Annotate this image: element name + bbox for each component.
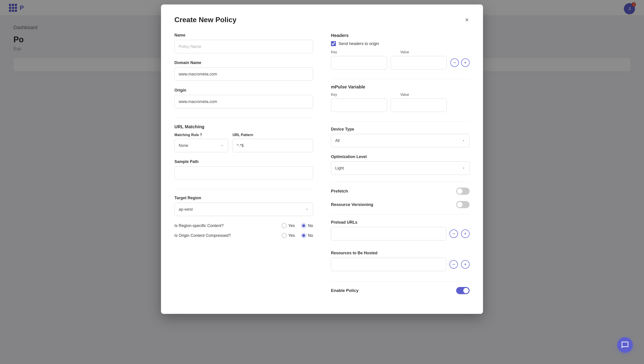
prefetch-toggle[interactable]	[456, 188, 470, 195]
right-divider-5	[331, 281, 470, 282]
enable-policy-label: Enable Policy	[331, 288, 359, 293]
send-headers-label: Send headers to origin	[338, 41, 379, 46]
resource-versioning-label: Resource Versioning	[331, 202, 373, 207]
origin-compressed-row: Is Origin Content Compressed? Yes No	[174, 233, 313, 238]
enable-policy-slider	[456, 287, 470, 294]
prefetch-label: Prefetch	[331, 189, 348, 194]
resources-hosted-remove-button[interactable]: −	[450, 260, 458, 269]
origin-label: Origin	[174, 88, 313, 93]
matching-rule-select[interactable]: None Prefix Suffix Exact Regex	[174, 139, 228, 152]
device-type-select[interactable]: All Desktop Mobile Tablet	[331, 134, 470, 147]
name-input[interactable]	[174, 40, 313, 53]
divider-2	[174, 189, 313, 190]
target-region-label: Target Region	[174, 196, 313, 200]
origin-compressed-no-option[interactable]: No	[301, 233, 313, 238]
resources-hosted-group: Resources to Be Hosted − +	[331, 251, 470, 274]
domain-group: Domain Name	[174, 60, 313, 81]
origin-compressed-yes-option[interactable]: Yes	[282, 233, 295, 238]
region-specific-options: Yes No	[282, 223, 313, 228]
modal-header: Create New Policy ×	[174, 16, 470, 24]
enable-policy-row: Enable Policy	[331, 287, 470, 294]
region-specific-yes-option[interactable]: Yes	[282, 223, 295, 228]
preload-urls-input[interactable]	[331, 227, 446, 240]
origin-compressed-options: Yes No	[282, 233, 313, 238]
right-divider-4	[331, 215, 470, 215]
preload-urls-label: Preload URLs	[331, 220, 470, 225]
mpulse-kv-labels: Key Value	[331, 93, 470, 97]
chat-icon	[621, 341, 629, 349]
url-matching-section: URL Matching Matching Rule ? None Prefix…	[174, 124, 313, 152]
preload-urls-group: Preload URLs − +	[331, 220, 470, 244]
resource-versioning-toggle[interactable]	[456, 201, 470, 208]
modal-close-button[interactable]: ×	[464, 16, 470, 24]
region-specific-yes-radio[interactable]	[282, 223, 287, 228]
prefetch-slider	[456, 188, 470, 195]
chat-button[interactable]	[617, 337, 633, 353]
mpulse-key-input[interactable]	[331, 98, 387, 112]
name-group: Name	[174, 33, 313, 53]
create-policy-modal: Create New Policy × Name Domain Name	[161, 5, 483, 314]
mpulse-title: mPulse Variable	[331, 84, 470, 90]
url-pattern-group: URL Pattern	[232, 133, 313, 152]
send-headers-checkbox[interactable]	[331, 41, 336, 46]
resources-hosted-input[interactable]	[331, 258, 446, 271]
matching-rule-label: Matching Rule ?	[174, 133, 228, 137]
headers-kv-row: − +	[331, 56, 470, 69]
resources-hosted-label: Resources to Be Hosted	[331, 251, 470, 255]
preload-urls-add-button[interactable]: +	[461, 230, 470, 238]
url-pattern-input[interactable]	[232, 139, 313, 152]
right-divider-3	[331, 182, 470, 182]
optimization-level-select[interactable]: Light Medium Heavy None	[331, 161, 470, 175]
region-specific-no-option[interactable]: No	[301, 223, 313, 228]
mpulse-value-label: Value	[400, 93, 466, 97]
sample-path-input[interactable]	[174, 166, 313, 180]
headers-key-label: Key	[331, 50, 397, 54]
mpulse-value-input[interactable]	[391, 98, 447, 112]
resource-versioning-row: Resource Versioning	[331, 201, 470, 208]
headers-value-input[interactable]	[391, 56, 447, 69]
name-label: Name	[174, 33, 313, 38]
matching-rule-help-icon[interactable]: ?	[200, 133, 202, 137]
target-region-group: Target Region ap-west us-east us-west eu…	[174, 196, 313, 216]
target-region-select[interactable]: ap-west us-east us-west eu-west	[174, 203, 313, 216]
sample-path-group: Sample Path	[174, 159, 313, 180]
url-matching-row: Matching Rule ? None Prefix Suffix Exact…	[174, 133, 313, 152]
mpulse-key-label: Key	[331, 93, 397, 97]
origin-compressed-yes-radio[interactable]	[282, 233, 287, 238]
right-divider-2	[331, 121, 470, 122]
preload-urls-row: − +	[331, 227, 470, 240]
region-specific-row: Is Region-specific Content? Yes No	[174, 223, 313, 228]
headers-remove-button[interactable]: −	[450, 58, 459, 67]
modal-body: Name Domain Name Origin URL Matching	[174, 33, 470, 300]
device-type-label: Device Type	[331, 127, 470, 132]
enable-policy-toggle[interactable]	[456, 287, 470, 294]
sample-path-label: Sample Path	[174, 159, 313, 164]
headers-add-button[interactable]: +	[461, 58, 470, 67]
origin-compressed-no-radio[interactable]	[301, 233, 306, 238]
domain-input[interactable]	[174, 67, 313, 81]
left-column: Name Domain Name Origin URL Matching	[174, 33, 313, 300]
headers-title: Headers	[331, 33, 470, 38]
right-divider-1	[331, 79, 470, 79]
mpulse-kv-row	[331, 98, 470, 112]
origin-compressed-label: Is Origin Content Compressed?	[174, 233, 282, 238]
send-headers-row: Send headers to origin	[331, 41, 470, 46]
modal-title: Create New Policy	[174, 16, 236, 24]
headers-group: Headers Send headers to origin Key Value	[331, 33, 470, 72]
headers-kv-actions: − +	[450, 58, 470, 67]
origin-input[interactable]	[174, 95, 313, 108]
divider-1	[174, 118, 313, 118]
preload-urls-remove-button[interactable]: −	[450, 230, 458, 238]
device-type-group: Device Type All Desktop Mobile Tablet	[331, 127, 470, 147]
url-matching-title: URL Matching	[174, 124, 313, 129]
mpulse-group: mPulse Variable Key Value	[331, 84, 470, 114]
region-specific-no-radio[interactable]	[301, 223, 306, 228]
headers-key-input[interactable]	[331, 56, 387, 69]
resources-hosted-add-button[interactable]: +	[461, 260, 470, 269]
optimization-level-label: Optimization Level	[331, 154, 470, 159]
url-pattern-label: URL Pattern	[232, 133, 313, 137]
prefetch-row: Prefetch	[331, 188, 470, 195]
optimization-level-group: Optimization Level Light Medium Heavy No…	[331, 154, 470, 175]
headers-value-label: Value	[400, 50, 466, 54]
modal-overlay: Create New Policy × Name Domain Name	[0, 0, 644, 364]
